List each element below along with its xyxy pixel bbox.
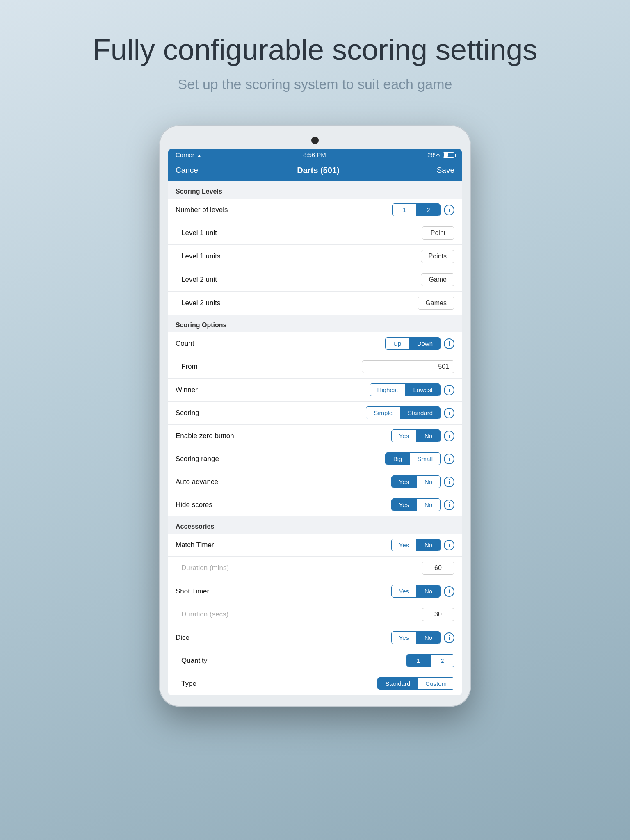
number-of-levels-controls: 1 2 i bbox=[392, 203, 454, 216]
auto-advance-segmented: Yes No bbox=[391, 475, 441, 488]
nav-bar: Cancel Darts (501) Save bbox=[168, 161, 462, 181]
status-right: 28% bbox=[427, 151, 454, 158]
enable-zero-button-label: Enable zero button bbox=[176, 432, 234, 440]
shot-timer-yes-button[interactable]: Yes bbox=[392, 585, 416, 597]
scoring-options-header: Scoring Options bbox=[168, 315, 462, 332]
levels-2-button[interactable]: 2 bbox=[416, 204, 440, 216]
count-row: Count Up Down i bbox=[168, 332, 462, 355]
accessories-header: Accessories bbox=[168, 516, 462, 534]
duration-mins-label: Duration (mins) bbox=[181, 564, 229, 572]
dice-yes-button[interactable]: Yes bbox=[392, 632, 416, 644]
battery-percent: 28% bbox=[427, 151, 440, 158]
scoring-info[interactable]: i bbox=[444, 408, 454, 418]
match-timer-no-button[interactable]: No bbox=[416, 539, 440, 551]
match-timer-controls: Yes No i bbox=[391, 539, 454, 551]
scoring-range-row: Scoring range Big Small i bbox=[168, 447, 462, 470]
number-of-levels-row: Number of levels 1 2 i bbox=[168, 199, 462, 221]
auto-advance-yes-button[interactable]: Yes bbox=[392, 476, 416, 488]
winner-highest-button[interactable]: Highest bbox=[370, 384, 406, 396]
level2-unit-row: Level 2 unit Game bbox=[168, 268, 462, 292]
scoring-row: Scoring Simple Standard i bbox=[168, 402, 462, 425]
auto-advance-info[interactable]: i bbox=[444, 477, 454, 487]
level2-unit-value[interactable]: Game bbox=[421, 273, 454, 286]
enable-zero-segmented: Yes No bbox=[391, 429, 441, 442]
type-segmented: Standard Custom bbox=[377, 677, 454, 690]
cancel-button[interactable]: Cancel bbox=[176, 165, 200, 176]
content-area: Scoring Levels Number of levels 1 2 i Le… bbox=[168, 181, 462, 695]
scoring-controls: Simple Standard i bbox=[366, 406, 454, 419]
level1-units-value[interactable]: Points bbox=[421, 250, 454, 263]
battery-icon bbox=[443, 152, 454, 158]
dice-no-button[interactable]: No bbox=[416, 632, 440, 644]
enable-zero-yes-button[interactable]: Yes bbox=[392, 430, 416, 442]
hide-scores-yes-button[interactable]: Yes bbox=[392, 499, 416, 511]
shot-timer-info[interactable]: i bbox=[444, 586, 454, 597]
quantity-1-button[interactable]: 1 bbox=[406, 655, 430, 667]
scoring-simple-button[interactable]: Simple bbox=[366, 407, 400, 419]
auto-advance-label: Auto advance bbox=[176, 478, 218, 486]
hide-scores-info[interactable]: i bbox=[444, 500, 454, 510]
level2-units-value[interactable]: Games bbox=[418, 297, 454, 310]
hide-scores-no-button[interactable]: No bbox=[416, 499, 440, 511]
quantity-2-button[interactable]: 2 bbox=[430, 655, 454, 667]
quantity-label: Quantity bbox=[181, 657, 207, 665]
carrier-label: Carrier bbox=[176, 151, 194, 158]
hide-scores-row: Hide scores Yes No i bbox=[168, 493, 462, 516]
nav-title: Darts (501) bbox=[297, 166, 339, 175]
enable-zero-info[interactable]: i bbox=[444, 431, 454, 441]
shot-timer-label: Shot Timer bbox=[176, 587, 209, 596]
type-controls: Standard Custom bbox=[377, 677, 454, 690]
from-label: From bbox=[181, 363, 198, 371]
quantity-segmented: 1 2 bbox=[406, 654, 454, 667]
auto-advance-row: Auto advance Yes No i bbox=[168, 470, 462, 493]
type-custom-button[interactable]: Custom bbox=[418, 678, 454, 689]
status-bar: Carrier 8:56 PM 28% bbox=[168, 149, 462, 161]
auto-advance-controls: Yes No i bbox=[391, 475, 454, 488]
levels-1-button[interactable]: 1 bbox=[393, 204, 416, 216]
count-down-button[interactable]: Down bbox=[409, 338, 440, 349]
enable-zero-controls: Yes No i bbox=[391, 429, 454, 442]
winner-info[interactable]: i bbox=[444, 385, 454, 395]
scoring-range-info[interactable]: i bbox=[444, 454, 454, 464]
type-standard-button[interactable]: Standard bbox=[378, 678, 418, 689]
from-input[interactable] bbox=[362, 360, 454, 373]
enable-zero-no-button[interactable]: No bbox=[416, 430, 440, 442]
scoring-range-small-button[interactable]: Small bbox=[409, 453, 440, 465]
winner-segmented: Highest Lowest bbox=[370, 383, 441, 396]
status-time: 8:56 PM bbox=[303, 151, 326, 158]
count-segmented: Up Down bbox=[385, 337, 441, 350]
scoring-range-big-button[interactable]: Big bbox=[386, 453, 409, 465]
duration-mins-value[interactable]: 60 bbox=[422, 562, 454, 575]
duration-secs-value[interactable]: 30 bbox=[422, 608, 454, 621]
auto-advance-no-button[interactable]: No bbox=[416, 476, 440, 488]
save-button[interactable]: Save bbox=[437, 165, 454, 176]
dice-label: Dice bbox=[176, 634, 189, 642]
level1-unit-value[interactable]: Point bbox=[422, 226, 454, 240]
hide-scores-controls: Yes No i bbox=[391, 498, 454, 511]
match-timer-yes-button[interactable]: Yes bbox=[392, 539, 416, 551]
shot-timer-segmented: Yes No bbox=[391, 585, 441, 598]
dice-controls: Yes No i bbox=[391, 631, 454, 644]
winner-lowest-button[interactable]: Lowest bbox=[405, 384, 440, 396]
type-row: Type Standard Custom bbox=[168, 672, 462, 695]
level1-units-label: Level 1 units bbox=[181, 252, 220, 260]
shot-timer-no-button[interactable]: No bbox=[416, 585, 440, 597]
quantity-controls: 1 2 bbox=[406, 654, 454, 667]
hide-scores-segmented: Yes No bbox=[391, 498, 441, 511]
shot-timer-row: Shot Timer Yes No i bbox=[168, 580, 462, 603]
level2-unit-label: Level 2 unit bbox=[181, 276, 217, 284]
match-timer-segmented: Yes No bbox=[391, 539, 441, 551]
type-label: Type bbox=[181, 680, 196, 688]
count-info[interactable]: i bbox=[444, 338, 454, 349]
number-of-levels-info[interactable]: i bbox=[444, 205, 454, 215]
match-timer-info[interactable]: i bbox=[444, 540, 454, 550]
page-subtitle: Set up the scoring system to suit each g… bbox=[178, 76, 452, 92]
scoring-standard-button[interactable]: Standard bbox=[400, 407, 440, 419]
tablet-screen: Carrier 8:56 PM 28% Cancel Darts (501) S… bbox=[168, 149, 462, 695]
winner-controls: Highest Lowest i bbox=[370, 383, 454, 396]
scoring-range-segmented: Big Small bbox=[385, 452, 441, 465]
dice-info[interactable]: i bbox=[444, 632, 454, 643]
tablet-frame: Carrier 8:56 PM 28% Cancel Darts (501) S… bbox=[159, 125, 471, 707]
count-up-button[interactable]: Up bbox=[386, 338, 409, 349]
level2-units-row: Level 2 units Games bbox=[168, 292, 462, 315]
